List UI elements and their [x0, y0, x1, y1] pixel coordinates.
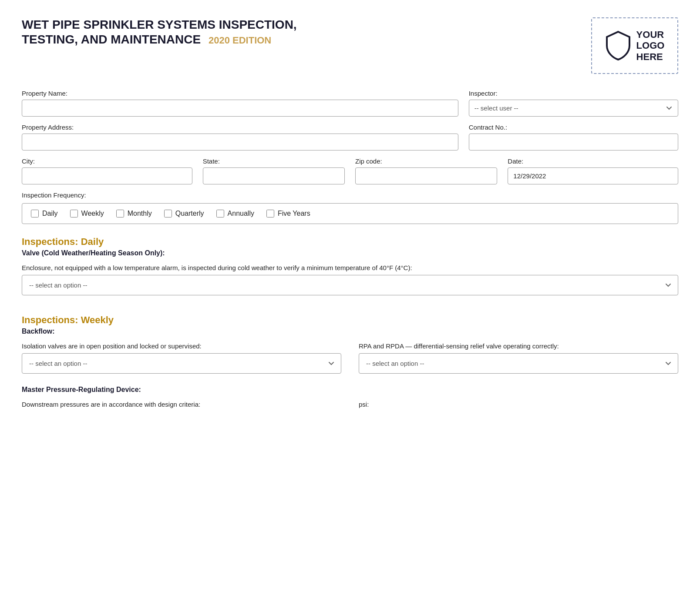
daily-enclosure-label: Enclosure, not equipped with a low tempe… [22, 264, 678, 271]
master-pressure-col: Downstream pressures are in accordance w… [22, 401, 341, 411]
freq-daily-checkbox[interactable] [31, 210, 39, 217]
contract-no-label: Contract No.: [469, 124, 678, 131]
daily-subsection-title: Valve (Cold Weather/Heating Season Only)… [22, 249, 678, 257]
state-input[interactable] [203, 167, 345, 184]
master-pressure-section: Master Pressure-Regulating Device: Downs… [22, 386, 678, 411]
inspector-select[interactable]: -- select user -- [469, 100, 678, 117]
weekly-isolation-col: Isolation valves are in open position an… [22, 342, 341, 374]
city-group: City: [22, 157, 192, 184]
date-group: Date: [508, 157, 678, 184]
row-city-state-zip-date: City: State: Zip code: Date: [22, 157, 678, 184]
freq-five-years-label: Five Years [278, 210, 310, 217]
inspector-group: Inspector: -- select user -- [469, 90, 678, 117]
property-address-input[interactable] [22, 134, 458, 150]
freq-weekly[interactable]: Weekly [70, 210, 104, 217]
freq-weekly-label: Weekly [81, 210, 104, 217]
weekly-rpa-col: RPA and RPDA — differential-sensing reli… [359, 342, 678, 374]
weekly-section-title: Inspections: Weekly [22, 314, 678, 326]
freq-annually-label: Annually [228, 210, 254, 217]
section-weekly: Inspections: Weekly Backflow: Isolation … [22, 314, 678, 411]
state-group: State: [203, 157, 345, 184]
state-label: State: [203, 157, 345, 165]
psi-col: psi: [359, 401, 678, 411]
form-section: Property Name: Inspector: -- select user… [22, 90, 678, 224]
freq-monthly-label: Monthly [128, 210, 152, 217]
weekly-backflow-row: Isolation valves are in open position an… [22, 342, 678, 374]
contract-no-input[interactable] [469, 134, 678, 150]
weekly-isolation-select[interactable]: -- select an option -- Satisfactory Unsa… [22, 353, 341, 374]
weekly-rpa-select[interactable]: -- select an option -- Satisfactory Unsa… [359, 353, 678, 374]
zip-label: Zip code: [355, 157, 497, 165]
property-name-group: Property Name: [22, 90, 458, 117]
city-label: City: [22, 157, 192, 165]
freq-quarterly[interactable]: Quarterly [164, 210, 204, 217]
property-address-group: Property Address: [22, 124, 458, 150]
zip-input[interactable] [355, 167, 497, 184]
freq-five-years[interactable]: Five Years [266, 210, 310, 217]
logo-text: YOURLOGOHERE [636, 29, 665, 62]
daily-enclosure-select[interactable]: -- select an option -- Satisfactory Unsa… [22, 275, 678, 295]
weekly-subsection-title: Backflow: [22, 328, 678, 335]
freq-daily-label: Daily [42, 210, 58, 217]
master-pressure-row: Downstream pressures are in accordance w… [22, 401, 678, 411]
zip-group: Zip code: [355, 157, 497, 184]
freq-five-years-checkbox[interactable] [266, 210, 274, 217]
contract-no-group: Contract No.: [469, 124, 678, 150]
frequency-options-box: Daily Weekly Monthly Quarterly Annually … [22, 203, 678, 224]
shield-icon [605, 30, 631, 62]
weekly-rpa-label: RPA and RPDA — differential-sensing reli… [359, 342, 678, 350]
property-name-label: Property Name: [22, 90, 458, 97]
row-address-contract: Property Address: Contract No.: [22, 124, 678, 150]
freq-annually[interactable]: Annually [216, 210, 254, 217]
freq-daily[interactable]: Daily [31, 210, 58, 217]
inspector-label: Inspector: [469, 90, 678, 97]
inspection-frequency-label: Inspection Frequency: [22, 191, 678, 199]
freq-quarterly-label: Quarterly [175, 210, 204, 217]
section-daily: Inspections: Daily Valve (Cold Weather/H… [22, 236, 678, 306]
freq-monthly[interactable]: Monthly [116, 210, 152, 217]
weekly-isolation-label: Isolation valves are in open position an… [22, 342, 341, 350]
psi-label: psi: [359, 401, 678, 408]
freq-quarterly-checkbox[interactable] [164, 210, 172, 217]
date-input[interactable] [508, 167, 678, 184]
freq-weekly-checkbox[interactable] [70, 210, 78, 217]
daily-section-title: Inspections: Daily [22, 236, 678, 247]
date-label: Date: [508, 157, 678, 165]
freq-annually-checkbox[interactable] [216, 210, 224, 217]
page-title: WET PIPE SPRINKLER SYSTEMS INSPECTION, T… [22, 17, 297, 47]
inspection-frequency-section: Inspection Frequency: Daily Weekly Month… [22, 191, 678, 224]
master-pressure-title: Master Pressure-Regulating Device: [22, 386, 678, 394]
edition-label: 2020 Edition [209, 35, 271, 46]
title-block: WET PIPE SPRINKLER SYSTEMS INSPECTION, T… [22, 17, 297, 47]
property-address-label: Property Address: [22, 124, 458, 131]
master-pressure-label: Downstream pressures are in accordance w… [22, 401, 341, 408]
page-header: WET PIPE SPRINKLER SYSTEMS INSPECTION, T… [22, 17, 678, 74]
freq-monthly-checkbox[interactable] [116, 210, 124, 217]
city-input[interactable] [22, 167, 192, 184]
row-property-inspector: Property Name: Inspector: -- select user… [22, 90, 678, 117]
property-name-input[interactable] [22, 100, 458, 117]
logo-box: YOURLOGOHERE [591, 17, 678, 74]
